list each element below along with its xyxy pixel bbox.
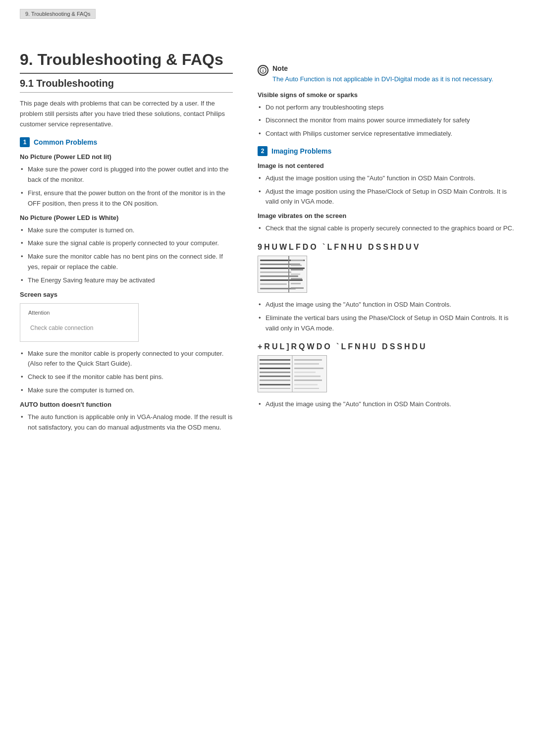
list-item: Check that the signal cable is properly … <box>258 223 515 234</box>
imaging-problems-title: Imaging Problems <box>271 147 331 155</box>
list-item: The auto function is applicable only in … <box>20 412 233 433</box>
list-item: Make sure the signal cable is properly c… <box>20 238 233 249</box>
image-vibrates-list: Check that the signal cable is properly … <box>258 223 515 234</box>
note-icon: i <box>258 65 268 76</box>
right-column: i Note The Auto Function is not applicab… <box>248 37 515 756</box>
auto-button-list: The auto function is applicable only in … <box>20 412 233 433</box>
list-item: Check to see if the monitor cable has be… <box>20 372 233 382</box>
screen-says-title: Screen says <box>20 291 233 298</box>
image-not-centered-title: Image is not centered <box>258 162 515 169</box>
common-problems-badge: 1 <box>20 137 30 147</box>
horizontal-flicker-title: +RUL]RQWDO `LFNHU DSSHDU <box>258 342 515 351</box>
list-item: Make sure the power cord is plugged into… <box>20 164 233 185</box>
intro-text: This page deals with problems that can b… <box>20 99 233 129</box>
vertical-flicker-title: 9HUWLFDO `LFNHU DSSHDUV <box>258 243 515 252</box>
svg-text:i: i <box>263 68 264 73</box>
list-item: Contact with Philips customer service re… <box>258 129 515 139</box>
note-text: The Auto Function is not applicable in D… <box>272 74 515 84</box>
breadcrumb: 9. Troubleshooting & FAQs <box>20 9 96 19</box>
image-vibrates-title: Image vibrates on the screen <box>258 212 515 219</box>
imaging-problems-badge: 2 <box>258 146 268 156</box>
list-item: Make sure the monitor cable has no bent … <box>20 252 233 272</box>
visible-signs-title: Visible signs of smoke or sparks <box>258 91 515 99</box>
screen-says-list: Make sure the monitor cable is properly … <box>20 349 233 396</box>
section-91-title: 9.1 Troubleshooting <box>20 78 233 93</box>
screen-says-attention: Attention <box>28 310 130 316</box>
note-title: Note <box>272 64 515 72</box>
visible-signs-list: Do not perform any troubleshooting steps… <box>258 103 515 139</box>
no-picture-led-not-lit-title: No Picture (Power LED not lit) <box>20 153 233 161</box>
list-item: Adjust the image position using the "Aut… <box>258 173 515 184</box>
auto-button-title: AUTO button doesn't function <box>20 401 233 408</box>
diagram-col-1 <box>258 356 293 392</box>
image-not-centered-list: Adjust the image position using the "Aut… <box>258 173 515 207</box>
no-picture-led-not-lit-list: Make sure the power cord is plugged into… <box>20 164 233 209</box>
list-item: Eliminate the vertical bars using the Ph… <box>258 313 515 334</box>
note-svg-icon: i <box>260 67 267 74</box>
imaging-problems-header: 2 Imaging Problems <box>258 146 515 156</box>
list-item: Adjust the image position using the Phas… <box>258 187 515 208</box>
no-picture-led-white-list: Make sure the computer is turned on. Mak… <box>20 225 233 286</box>
list-item: Make sure the monitor cable is properly … <box>20 349 233 370</box>
list-item: The Energy Saving feature may be activat… <box>20 275 233 286</box>
list-item: Do not perform any troubleshooting steps <box>258 103 515 113</box>
vertical-flicker-diagram <box>258 256 307 293</box>
vertical-flicker-list: Adjust the image using the "Auto" functi… <box>258 300 515 333</box>
list-item: Make sure the computer is turned on. <box>20 225 233 236</box>
screen-says-message: Check cable connection <box>28 321 130 335</box>
common-problems-header: 1 Common Problems <box>20 137 233 147</box>
list-item: Adjust the image using the "Auto" functi… <box>258 399 515 410</box>
horizontal-flicker-list: Adjust the image using the "Auto" functi… <box>258 399 515 410</box>
left-column: 9. Troubleshooting & FAQs 9.1 Troublesho… <box>20 37 248 756</box>
note-content: Note The Auto Function is not applicable… <box>272 64 515 84</box>
list-item: Disconnect the monitor from mains power … <box>258 115 515 126</box>
note-box: i Note The Auto Function is not applicab… <box>258 64 515 84</box>
horizontal-flicker-diagram <box>258 355 327 392</box>
common-problems-title: Common Problems <box>34 138 97 146</box>
diagram-col-2 <box>293 356 326 392</box>
list-item: Adjust the image using the "Auto" functi… <box>258 300 515 310</box>
no-picture-led-white-title: No Picture (Power LED is White) <box>20 214 233 221</box>
screen-says-box: Attention Check cable connection <box>20 303 139 342</box>
page-title: 9. Troubleshooting & FAQs <box>20 51 233 74</box>
list-item: First, ensure that the power button on t… <box>20 188 233 209</box>
list-item: Make sure the computer is turned on. <box>20 385 233 396</box>
